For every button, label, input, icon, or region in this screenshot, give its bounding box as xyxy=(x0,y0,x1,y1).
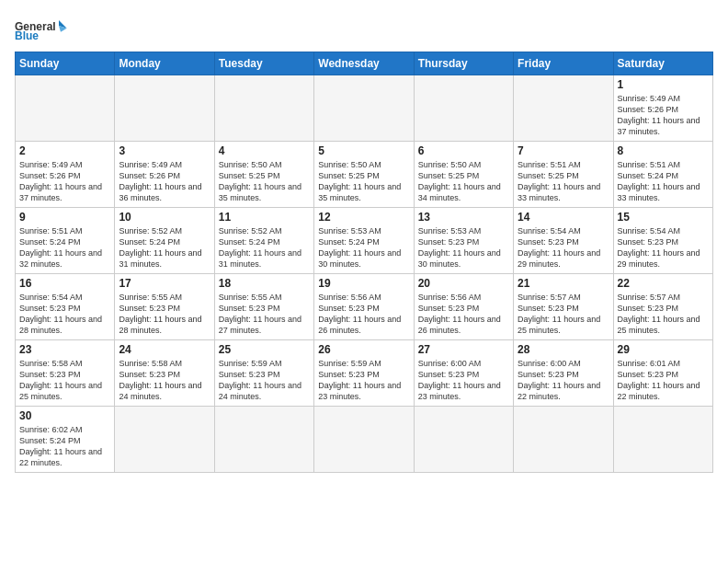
calendar-cell: 9Sunrise: 5:51 AM Sunset: 5:24 PM Daylig… xyxy=(16,208,115,274)
calendar-cell: 27Sunrise: 6:00 AM Sunset: 5:23 PM Dayli… xyxy=(414,340,513,407)
day-number: 2 xyxy=(19,144,110,157)
week-row-4: 23Sunrise: 5:58 AM Sunset: 5:23 PM Dayli… xyxy=(16,340,713,407)
cell-info: Sunrise: 5:56 AM Sunset: 5:23 PM Dayligh… xyxy=(318,292,409,337)
calendar-cell: 14Sunrise: 5:54 AM Sunset: 5:23 PM Dayli… xyxy=(514,208,613,274)
day-number: 19 xyxy=(318,277,409,290)
cell-info: Sunrise: 6:02 AM Sunset: 5:24 PM Dayligh… xyxy=(19,424,110,469)
day-number: 15 xyxy=(618,211,709,224)
calendar-cell: 19Sunrise: 5:56 AM Sunset: 5:23 PM Dayli… xyxy=(314,274,414,340)
cell-info: Sunrise: 5:50 AM Sunset: 5:25 PM Dayligh… xyxy=(418,159,509,204)
logo: General Blue xyxy=(15,15,70,44)
day-number: 10 xyxy=(119,211,210,224)
calendar-cell: 22Sunrise: 5:57 AM Sunset: 5:23 PM Dayli… xyxy=(613,274,712,340)
calendar-cell xyxy=(214,75,313,142)
cell-info: Sunrise: 5:50 AM Sunset: 5:25 PM Dayligh… xyxy=(219,159,310,204)
calendar-cell: 24Sunrise: 5:58 AM Sunset: 5:23 PM Dayli… xyxy=(115,340,214,407)
calendar-cell: 4Sunrise: 5:50 AM Sunset: 5:25 PM Daylig… xyxy=(214,142,313,208)
cell-info: Sunrise: 5:54 AM Sunset: 5:23 PM Dayligh… xyxy=(19,292,110,337)
cell-info: Sunrise: 5:57 AM Sunset: 5:23 PM Dayligh… xyxy=(518,292,609,337)
cell-info: Sunrise: 5:53 AM Sunset: 5:24 PM Dayligh… xyxy=(318,225,409,270)
calendar-cell: 17Sunrise: 5:55 AM Sunset: 5:23 PM Dayli… xyxy=(115,274,214,340)
cell-info: Sunrise: 5:49 AM Sunset: 5:26 PM Dayligh… xyxy=(19,159,110,204)
calendar-cell xyxy=(314,75,414,142)
week-row-5: 30Sunrise: 6:02 AM Sunset: 5:24 PM Dayli… xyxy=(16,407,713,473)
cell-info: Sunrise: 6:00 AM Sunset: 5:23 PM Dayligh… xyxy=(518,358,609,403)
day-number: 17 xyxy=(119,277,210,290)
day-number: 16 xyxy=(19,277,110,290)
day-number: 18 xyxy=(219,277,310,290)
header: General Blue xyxy=(15,15,713,44)
calendar-cell: 15Sunrise: 5:54 AM Sunset: 5:23 PM Dayli… xyxy=(613,208,712,274)
calendar-cell: 26Sunrise: 5:59 AM Sunset: 5:23 PM Dayli… xyxy=(314,340,414,407)
calendar-cell: 7Sunrise: 5:51 AM Sunset: 5:25 PM Daylig… xyxy=(514,142,613,208)
calendar-cell: 29Sunrise: 6:01 AM Sunset: 5:23 PM Dayli… xyxy=(613,340,712,407)
calendar-cell: 20Sunrise: 5:56 AM Sunset: 5:23 PM Dayli… xyxy=(414,274,513,340)
day-number: 13 xyxy=(418,211,509,224)
day-number: 5 xyxy=(318,144,409,157)
week-row-0: 1Sunrise: 5:49 AM Sunset: 5:26 PM Daylig… xyxy=(16,75,713,142)
day-number: 12 xyxy=(318,211,409,224)
day-number: 26 xyxy=(318,343,409,356)
calendar-cell xyxy=(514,75,613,142)
day-number: 9 xyxy=(19,211,110,224)
day-number: 20 xyxy=(418,277,509,290)
calendar-cell: 23Sunrise: 5:58 AM Sunset: 5:23 PM Dayli… xyxy=(16,340,115,407)
weekday-header-monday: Monday xyxy=(115,52,214,75)
calendar-cell: 16Sunrise: 5:54 AM Sunset: 5:23 PM Dayli… xyxy=(16,274,115,340)
calendar-cell: 2Sunrise: 5:49 AM Sunset: 5:26 PM Daylig… xyxy=(16,142,115,208)
weekday-header-saturday: Saturday xyxy=(613,52,712,75)
calendar-cell: 6Sunrise: 5:50 AM Sunset: 5:25 PM Daylig… xyxy=(414,142,513,208)
cell-info: Sunrise: 5:59 AM Sunset: 5:23 PM Dayligh… xyxy=(318,358,409,403)
calendar-cell xyxy=(514,407,613,473)
cell-info: Sunrise: 5:55 AM Sunset: 5:23 PM Dayligh… xyxy=(119,292,210,337)
calendar-cell: 5Sunrise: 5:50 AM Sunset: 5:25 PM Daylig… xyxy=(314,142,414,208)
cell-info: Sunrise: 5:50 AM Sunset: 5:25 PM Dayligh… xyxy=(318,159,409,204)
day-number: 3 xyxy=(119,144,210,157)
cell-info: Sunrise: 5:59 AM Sunset: 5:23 PM Dayligh… xyxy=(219,358,310,403)
svg-text:Blue: Blue xyxy=(15,29,39,42)
calendar-cell: 21Sunrise: 5:57 AM Sunset: 5:23 PM Dayli… xyxy=(514,274,613,340)
week-row-3: 16Sunrise: 5:54 AM Sunset: 5:23 PM Dayli… xyxy=(16,274,713,340)
calendar-cell: 18Sunrise: 5:55 AM Sunset: 5:23 PM Dayli… xyxy=(214,274,313,340)
calendar-cell: 25Sunrise: 5:59 AM Sunset: 5:23 PM Dayli… xyxy=(214,340,313,407)
week-row-2: 9Sunrise: 5:51 AM Sunset: 5:24 PM Daylig… xyxy=(16,208,713,274)
day-number: 28 xyxy=(518,343,609,356)
cell-info: Sunrise: 5:58 AM Sunset: 5:23 PM Dayligh… xyxy=(119,358,210,403)
calendar-cell xyxy=(314,407,414,473)
calendar-cell xyxy=(115,75,214,142)
day-number: 29 xyxy=(618,343,709,356)
calendar-cell xyxy=(16,75,115,142)
cell-info: Sunrise: 5:58 AM Sunset: 5:23 PM Dayligh… xyxy=(19,358,110,403)
cell-info: Sunrise: 5:52 AM Sunset: 5:24 PM Dayligh… xyxy=(219,225,310,270)
cell-info: Sunrise: 5:54 AM Sunset: 5:23 PM Dayligh… xyxy=(618,225,709,270)
calendar-page: General Blue SundayMondayTuesdayWednesda… xyxy=(0,0,728,563)
cell-info: Sunrise: 5:52 AM Sunset: 5:24 PM Dayligh… xyxy=(119,225,210,270)
calendar-cell: 1Sunrise: 5:49 AM Sunset: 5:26 PM Daylig… xyxy=(613,75,712,142)
calendar-cell xyxy=(115,407,214,473)
calendar-cell xyxy=(613,407,712,473)
calendar-cell: 11Sunrise: 5:52 AM Sunset: 5:24 PM Dayli… xyxy=(214,208,313,274)
day-number: 6 xyxy=(418,144,509,157)
weekday-header-sunday: Sunday xyxy=(16,52,115,75)
weekday-header-row: SundayMondayTuesdayWednesdayThursdayFrid… xyxy=(16,52,713,75)
cell-info: Sunrise: 5:53 AM Sunset: 5:23 PM Dayligh… xyxy=(418,225,509,270)
calendar-cell: 28Sunrise: 6:00 AM Sunset: 5:23 PM Dayli… xyxy=(514,340,613,407)
day-number: 1 xyxy=(618,78,709,91)
day-number: 14 xyxy=(518,211,609,224)
weekday-header-friday: Friday xyxy=(514,52,613,75)
cell-info: Sunrise: 6:01 AM Sunset: 5:23 PM Dayligh… xyxy=(618,358,709,403)
weekday-header-thursday: Thursday xyxy=(414,52,513,75)
calendar-cell xyxy=(414,407,513,473)
day-number: 7 xyxy=(518,144,609,157)
logo-svg: General Blue xyxy=(15,15,70,44)
cell-info: Sunrise: 5:57 AM Sunset: 5:23 PM Dayligh… xyxy=(618,292,709,337)
cell-info: Sunrise: 5:51 AM Sunset: 5:25 PM Dayligh… xyxy=(518,159,609,204)
cell-info: Sunrise: 5:49 AM Sunset: 5:26 PM Dayligh… xyxy=(119,159,210,204)
calendar-cell: 13Sunrise: 5:53 AM Sunset: 5:23 PM Dayli… xyxy=(414,208,513,274)
day-number: 11 xyxy=(219,211,310,224)
day-number: 25 xyxy=(219,343,310,356)
cell-info: Sunrise: 5:51 AM Sunset: 5:24 PM Dayligh… xyxy=(19,225,110,270)
calendar-cell: 10Sunrise: 5:52 AM Sunset: 5:24 PM Dayli… xyxy=(115,208,214,274)
day-number: 8 xyxy=(618,144,709,157)
day-number: 21 xyxy=(518,277,609,290)
